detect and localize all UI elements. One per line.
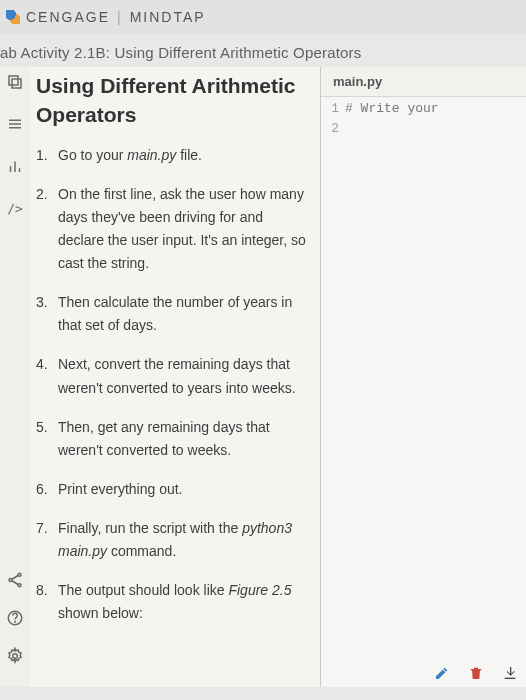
steps-list: Go to your main.py file.On the first lin…: [36, 144, 308, 626]
step-item: Print everything out.: [36, 478, 308, 501]
editor-toolbar: [434, 665, 518, 681]
step-item: On the first line, ask the user how many…: [36, 183, 308, 275]
file-tab[interactable]: main.py: [321, 67, 526, 97]
trash-icon[interactable]: [468, 665, 484, 681]
page-title: Using Different Arithmetic Operators: [36, 71, 308, 130]
tool-rail: />: [0, 67, 30, 687]
svg-point-14: [15, 621, 16, 622]
app-header: CENGAGE|MINDTAP: [0, 0, 526, 34]
step-item: Finally, run the script with the python3…: [36, 517, 308, 563]
emphasis: python3 main.py: [58, 520, 292, 559]
svg-rect-16: [471, 669, 482, 670]
step-item: The output should look like Figure 2.5 s…: [36, 579, 308, 625]
code-line: [345, 119, 526, 139]
svg-rect-0: [12, 79, 21, 88]
code-area[interactable]: 12 # Write your: [321, 97, 526, 139]
svg-line-12: [12, 581, 18, 585]
brand-product: MINDTAP: [130, 9, 206, 25]
svg-point-8: [18, 573, 21, 576]
gear-icon[interactable]: [6, 647, 24, 665]
line-number: 1: [321, 99, 339, 119]
svg-rect-17: [505, 678, 516, 679]
download-icon[interactable]: [502, 665, 518, 681]
line-number: 2: [321, 119, 339, 139]
code-line: # Write your: [345, 99, 526, 119]
step-item: Go to your main.py file.: [36, 144, 308, 167]
workarea: /> Using Different Arithmetic Operators …: [0, 67, 526, 687]
instructions-panel: Using Different Arithmetic Operators Go …: [30, 67, 320, 687]
cengage-logo-icon: [6, 10, 20, 24]
pencil-icon[interactable]: [434, 665, 450, 681]
svg-point-15: [13, 654, 18, 659]
editor-panel: main.py 12 # Write your: [320, 67, 526, 687]
step-item: Next, convert the remaining days that we…: [36, 353, 308, 399]
svg-rect-1: [9, 76, 18, 85]
terminal-icon[interactable]: />: [6, 199, 24, 217]
share-icon[interactable]: [6, 571, 24, 589]
svg-point-10: [18, 584, 21, 587]
step-item: Then, get any remaining days that weren'…: [36, 416, 308, 462]
copy-icon[interactable]: [6, 73, 24, 91]
help-icon[interactable]: [6, 609, 24, 627]
svg-line-11: [12, 576, 18, 580]
step-item: Then calculate the number of years in th…: [36, 291, 308, 337]
brand-separator: |: [117, 9, 123, 25]
breadcrumb: ab Activity 2.1B: Using Different Arithm…: [0, 34, 526, 67]
code-source[interactable]: # Write your: [345, 99, 526, 139]
line-gutter: 12: [321, 99, 345, 139]
menu-icon[interactable]: [6, 115, 24, 133]
emphasis: main.py: [127, 147, 176, 163]
chart-icon[interactable]: [6, 157, 24, 175]
brand-text: CENGAGE|MINDTAP: [26, 9, 206, 25]
emphasis: Figure 2.5: [228, 582, 291, 598]
brand-company: CENGAGE: [26, 9, 110, 25]
svg-point-9: [9, 579, 12, 582]
